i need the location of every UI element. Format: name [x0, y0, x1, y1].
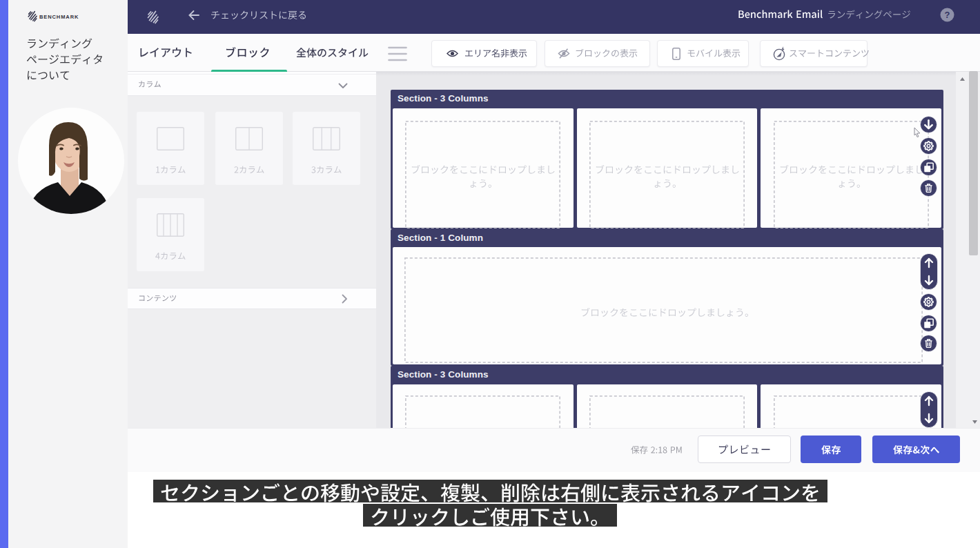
svg-text:?: ?	[945, 10, 950, 20]
